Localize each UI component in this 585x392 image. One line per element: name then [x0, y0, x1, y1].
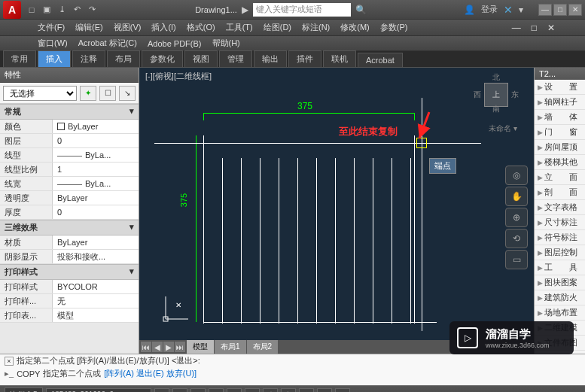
layout-prev-icon[interactable]: ◀: [152, 342, 163, 352]
menu-insert[interactable]: 插入(I): [151, 22, 175, 33]
prop-lineweight-value[interactable]: ———ByLa...: [53, 177, 139, 190]
palette-item[interactable]: ▶剖 面: [535, 185, 585, 200]
menu-file[interactable]: 文件(F): [38, 22, 65, 33]
title-arrow-icon[interactable]: ▶: [242, 5, 248, 15]
palette-item[interactable]: ▶房间屋顶: [535, 140, 585, 155]
palette-item[interactable]: ▶轴网柱子: [535, 95, 585, 110]
viewport-label[interactable]: [-][俯视][二维线框]: [145, 71, 212, 82]
tab-plugins[interactable]: 插件: [288, 50, 321, 67]
layout-last-icon[interactable]: ⏭: [175, 342, 185, 352]
prop-ltscale-value[interactable]: 1: [53, 163, 139, 176]
palette-item[interactable]: ▶楼梯其他: [535, 155, 585, 170]
qat-undo-icon[interactable]: ↶: [71, 4, 83, 16]
tab-parametric[interactable]: 参数化: [142, 50, 183, 67]
command-area[interactable]: × 指定第二个点或 [阵列(A)/退出(E)/放弃(U)] <退出>: ▸_ C…: [0, 354, 585, 385]
quickselect-button[interactable]: ✦: [80, 86, 96, 101]
menu-dimension[interactable]: 标注(N): [302, 22, 330, 33]
menu-help[interactable]: 帮助(H): [212, 38, 240, 49]
tab-acrobat[interactable]: Acrobat: [358, 53, 403, 67]
close-button[interactable]: ✕: [568, 4, 582, 16]
prop-linetype-value[interactable]: ———ByLa...: [53, 148, 139, 162]
tab-annotate[interactable]: 注释: [72, 50, 105, 67]
exchange-icon[interactable]: ✕: [504, 4, 513, 16]
compass-east[interactable]: 东: [511, 90, 519, 100]
status-ducs-icon[interactable]: ⌊: [281, 388, 296, 393]
palette-item[interactable]: ▶文字表格: [535, 200, 585, 215]
tab-view[interactable]: 视图: [184, 50, 218, 67]
layout-next-icon[interactable]: ▶: [163, 342, 174, 352]
menu-format[interactable]: 格式(O): [187, 22, 215, 33]
prop-pstyle-value[interactable]: BYCOLOR: [53, 280, 139, 293]
menu-edit[interactable]: 编辑(E): [75, 22, 103, 33]
status-osnap-icon[interactable]: □: [227, 388, 242, 393]
palette-item[interactable]: ▶图块图案: [535, 275, 585, 290]
palette-item[interactable]: ▶场地布置: [535, 305, 585, 321]
cmd-close-icon[interactable]: ×: [5, 357, 14, 366]
prop-pstyle2-value[interactable]: 无: [53, 294, 139, 308]
search-icon[interactable]: 🔍: [355, 5, 367, 15]
tab-online[interactable]: 联机: [323, 50, 356, 67]
menu-window[interactable]: 窗口(W): [38, 38, 68, 49]
prop-pstyle3-value[interactable]: 模型: [53, 308, 139, 322]
status-3dosnap-icon[interactable]: ◫: [245, 388, 260, 393]
help-dropdown[interactable]: ▾: [519, 5, 523, 15]
tab-layout[interactable]: 布局: [107, 50, 140, 67]
zoom-icon[interactable]: ⊕: [505, 208, 528, 227]
layout-tab-model[interactable]: 模型: [187, 340, 215, 354]
tab-home[interactable]: 常用: [3, 50, 36, 67]
tab-output[interactable]: 输出: [254, 50, 287, 67]
prop-shadow-value[interactable]: 投影和接收...: [53, 250, 139, 263]
prop-material-value[interactable]: ByLayer: [53, 236, 139, 249]
status-scale[interactable]: 比例 1:5: [5, 387, 43, 393]
qat-open-icon[interactable]: ▣: [41, 4, 53, 16]
palette-item[interactable]: ▶符号标注: [535, 230, 585, 245]
palette-item[interactable]: ▶尺寸标注: [535, 215, 585, 230]
palette-item[interactable]: ▶工 具: [535, 260, 585, 275]
qat-redo-icon[interactable]: ↷: [86, 4, 98, 16]
qat-new-icon[interactable]: □: [26, 4, 38, 16]
selection-dropdown[interactable]: 无选择: [3, 86, 77, 101]
app-icon[interactable]: A: [3, 1, 21, 19]
layout-first-icon[interactable]: ⏮: [141, 342, 151, 352]
orbit-icon[interactable]: ⟲: [505, 229, 528, 248]
palette-item[interactable]: ▶设 置: [535, 80, 585, 95]
palette-item[interactable]: ▶墙 体: [535, 110, 585, 125]
tab-manage[interactable]: 管理: [219, 50, 252, 67]
status-grid-icon[interactable]: ▦: [172, 388, 187, 393]
layout-tab-2[interactable]: 布局2: [247, 340, 279, 354]
prop-thickness-value[interactable]: 0: [53, 205, 139, 219]
user-icon[interactable]: 👤: [464, 5, 475, 15]
menu-acrobat-mark[interactable]: Acrobat 标记(C): [78, 38, 137, 49]
palette-item[interactable]: ▶立 面: [535, 170, 585, 185]
menu-tools[interactable]: 工具(T): [226, 22, 253, 33]
palette-item[interactable]: ▶门 窗: [535, 125, 585, 140]
pickadd-button[interactable]: ☐: [99, 86, 116, 101]
view-name-label[interactable]: 未命名 ▾: [489, 123, 517, 134]
tab-insert[interactable]: 插入: [38, 50, 71, 67]
section-general[interactable]: 常规▾: [0, 104, 139, 120]
maximize-button[interactable]: □: [553, 4, 567, 16]
prop-color-value[interactable]: ByLayer: [53, 120, 139, 133]
palette-item[interactable]: ▶建筑防火: [535, 290, 585, 305]
layout-tab-1[interactable]: 布局1: [215, 340, 247, 354]
menu-draw[interactable]: 绘图(D): [264, 22, 291, 33]
minimize-button[interactable]: —: [538, 4, 552, 16]
search-input[interactable]: 键入关键字或短语: [253, 3, 351, 17]
menu-modify[interactable]: 修改(M): [340, 22, 370, 33]
drawing-canvas[interactable]: [-][俯视][二维线框] 北 南 西 东 上 未命名 ▾ ◎ ✋ ⊕ ⟲ ▭ …: [139, 68, 534, 354]
section-print[interactable]: 打印样式▾: [0, 264, 139, 280]
compass-top[interactable]: 上: [484, 83, 508, 107]
compass-north[interactable]: 北: [492, 72, 500, 83]
status-snap-icon[interactable]: ▦: [154, 388, 169, 393]
palette-item[interactable]: ▶图层控制: [535, 245, 585, 260]
status-dyn-icon[interactable]: +: [299, 388, 314, 393]
status-lwt-icon[interactable]: ≡: [317, 388, 332, 393]
menu-view[interactable]: 视图(V): [114, 22, 142, 33]
nav-wheel-icon[interactable]: ◎: [505, 166, 528, 185]
status-ortho-icon[interactable]: ⌐: [190, 388, 206, 393]
menu-adobe-pdf[interactable]: Adobe PDF(B): [148, 39, 202, 48]
status-tpy-icon[interactable]: ▤: [335, 388, 350, 393]
menu-parametric[interactable]: 参数(P): [380, 22, 408, 33]
doc-close-icon[interactable]: ✕: [547, 23, 555, 33]
login-link[interactable]: 登录: [481, 4, 498, 15]
